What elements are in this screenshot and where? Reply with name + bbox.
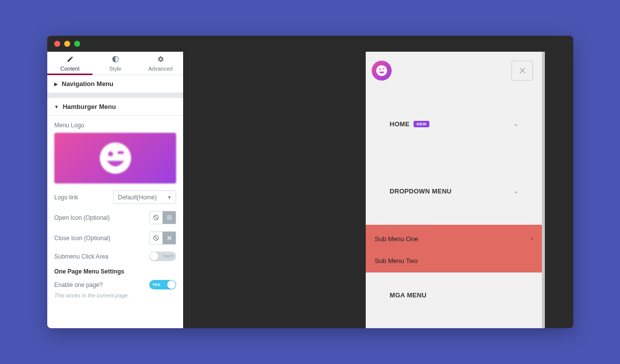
tab-content[interactable]: Content <box>47 52 93 75</box>
submenu-click-value: TEXT <box>163 254 173 259</box>
chevron-down-icon: ▼ <box>167 195 172 200</box>
nav-mega-label: MGA MENU <box>390 291 426 299</box>
svg-rect-15 <box>382 68 384 69</box>
svg-rect-6 <box>167 216 172 216</box>
overlay-close-button[interactable] <box>512 61 533 81</box>
one-page-hint: This works in the current page. <box>54 292 176 298</box>
section-navigation-label: Navigation Menu <box>62 80 113 88</box>
submenu-item-one[interactable]: Sub Menu One › <box>366 225 542 249</box>
ban-icon <box>153 214 159 221</box>
close-icon-x[interactable] <box>163 231 176 245</box>
close-icon-label: Close Icon (Optional) <box>54 235 110 242</box>
window-close-dot[interactable] <box>54 41 60 47</box>
svg-line-10 <box>154 236 158 240</box>
tab-content-label: Content <box>60 66 80 72</box>
enable-one-page-row: Enable one page? YES <box>54 280 176 289</box>
hamburger-icon <box>166 214 173 221</box>
submenu-click-label: Submenu Click Area <box>54 253 108 260</box>
chevron-down-icon: ⌄ <box>514 121 518 127</box>
logo-link-row: Logo link Default(Home) ▼ <box>54 190 176 204</box>
open-icon-label: Open Icon (Optional) <box>54 214 109 221</box>
overlay-logo[interactable] <box>372 61 392 81</box>
editor-sidebar: Content Style Advanced ▶ Navigatio <box>47 52 183 328</box>
caret-down-icon: ▼ <box>54 104 59 109</box>
logo-link-value: Default(Home) <box>118 194 157 201</box>
section-navigation-menu[interactable]: ▶ Navigation Menu <box>47 75 183 93</box>
editor-tabs: Content Style Advanced <box>47 52 183 75</box>
chevron-down-icon: ⌄ <box>514 188 518 194</box>
section-hamburger-label: Hamburger Menu <box>63 103 116 110</box>
open-icon-choices <box>149 211 176 224</box>
svg-rect-8 <box>167 219 172 219</box>
nav-item-home[interactable]: HOME NEW ⌄ <box>366 91 542 158</box>
content-area: Content Style Advanced ▶ Navigatio <box>47 52 573 328</box>
close-icon-none[interactable] <box>149 231 163 245</box>
svg-point-14 <box>379 68 381 70</box>
toggle-knob <box>167 280 176 289</box>
ban-icon <box>153 235 159 241</box>
submenu-block: Sub Menu One › Sub Menu Two <box>366 225 542 273</box>
x-icon <box>166 235 173 241</box>
tab-style[interactable]: Style <box>93 52 138 75</box>
tab-advanced[interactable]: Advanced <box>138 52 183 75</box>
one-page-heading: One Page Menu Settings <box>54 268 176 275</box>
submenu-one-label: Sub Menu One <box>375 235 418 243</box>
section-divider <box>47 93 183 98</box>
submenu-click-row: Submenu Click Area TEXT <box>54 252 176 261</box>
titlebar <box>47 36 573 52</box>
x-icon <box>518 66 527 75</box>
nav-dropdown-label: DROPDOWN MENU <box>390 187 452 195</box>
smiley-icon <box>376 65 388 77</box>
open-icon-hamburger[interactable] <box>163 211 176 224</box>
enable-one-page-toggle[interactable]: YES <box>149 280 176 289</box>
nav-item-dropdown[interactable]: DROPDOWN MENU ⌄ <box>366 158 542 225</box>
tab-style-label: Style <box>109 66 121 72</box>
logo-link-select[interactable]: Default(Home) ▼ <box>113 190 176 204</box>
chevron-right-icon: › <box>531 235 533 242</box>
svg-rect-7 <box>167 217 172 218</box>
nav-item-mega[interactable]: MGA MENU <box>366 273 542 317</box>
open-icon-none[interactable] <box>149 211 163 224</box>
enable-one-page-label: Enable one page? <box>54 281 103 288</box>
gear-icon <box>157 56 164 64</box>
svg-point-1 <box>100 143 131 174</box>
hamburger-overlay: HOME NEW ⌄ DROPDOWN MENU ⌄ Sub Menu One … <box>366 52 542 328</box>
window-maximize-dot[interactable] <box>74 41 80 47</box>
svg-rect-3 <box>117 151 124 154</box>
nav-home-label: HOME <box>390 120 410 128</box>
tab-advanced-label: Advanced <box>148 66 173 72</box>
smiley-icon <box>98 141 133 176</box>
enable-one-page-value: YES <box>152 282 160 287</box>
window-minimize-dot[interactable] <box>64 41 70 47</box>
panel-body: Menu Logo Logo link Default(Home) ▼ <box>47 116 183 328</box>
open-icon-row: Open Icon (Optional) <box>54 211 176 224</box>
new-badge: NEW <box>413 121 429 127</box>
overlay-header <box>366 52 542 91</box>
overlay-scrollbar[interactable] <box>542 52 545 328</box>
preview-canvas: HOME NEW ⌄ DROPDOWN MENU ⌄ Sub Menu One … <box>183 52 573 328</box>
submenu-two-label: Sub Menu Two <box>375 257 417 265</box>
contrast-icon <box>112 56 119 64</box>
menu-logo-preview[interactable] <box>54 133 176 183</box>
submenu-click-toggle[interactable]: TEXT <box>149 252 176 261</box>
svg-point-2 <box>108 152 113 157</box>
close-icon-row: Close Icon (Optional) <box>54 231 176 245</box>
submenu-item-two[interactable]: Sub Menu Two <box>366 249 542 273</box>
logo-link-label: Logo link <box>54 194 78 201</box>
caret-right-icon: ▶ <box>54 82 58 87</box>
svg-line-5 <box>154 216 158 219</box>
app-window: Content Style Advanced ▶ Navigatio <box>47 36 573 328</box>
pencil-icon <box>67 56 74 64</box>
toggle-knob <box>150 252 158 261</box>
svg-point-13 <box>376 65 387 76</box>
section-hamburger-menu[interactable]: ▼ Hamburger Menu <box>47 98 183 116</box>
close-icon-choices <box>149 231 176 245</box>
menu-logo-label: Menu Logo <box>54 122 176 129</box>
